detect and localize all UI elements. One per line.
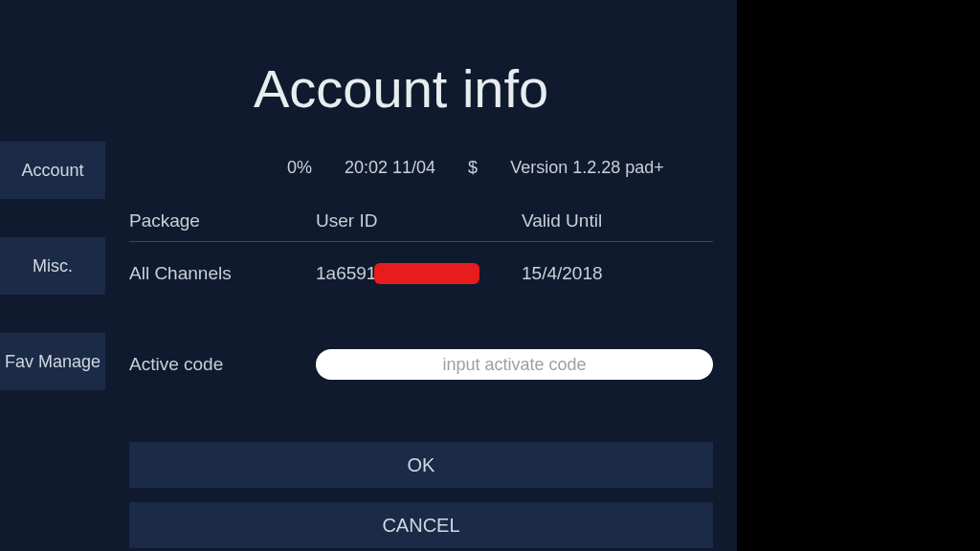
sidebar-item-label: Misc. xyxy=(33,256,73,276)
cancel-button[interactable]: CANCEL xyxy=(129,502,713,548)
sidebar-item-label: Fav Manage xyxy=(5,352,100,372)
status-percent: 0% xyxy=(287,158,312,178)
redaction-mark xyxy=(374,263,479,284)
cell-package: All Channels xyxy=(129,263,316,284)
table-row: All Channels 1a6591 15/4/2018 xyxy=(129,263,713,284)
ok-button[interactable]: OK xyxy=(129,442,713,488)
user-id-partial: 1a6591 xyxy=(316,263,376,284)
sidebar-item-fav-manage[interactable]: Fav Manage xyxy=(0,333,105,390)
table-divider xyxy=(129,241,713,242)
sidebar-item-label: Account xyxy=(21,161,83,181)
sidebar-item-misc[interactable]: Misc. xyxy=(0,237,105,295)
status-time-date: 20:02 11/04 xyxy=(345,158,435,178)
cell-user-id: 1a6591 xyxy=(316,263,522,284)
active-code-input[interactable] xyxy=(316,349,713,380)
sidebar-item-account[interactable]: Account xyxy=(0,142,105,199)
status-version: Version 1.2.28 pad+ xyxy=(510,158,664,178)
sidebar: Account Misc. Fav Manage xyxy=(0,0,105,551)
status-currency: $ xyxy=(468,158,478,178)
table-headers: Package User ID Valid Until xyxy=(129,210,713,231)
active-code-label: Active code xyxy=(129,354,316,375)
cell-valid-until: 15/4/2018 xyxy=(522,263,713,284)
ok-button-label: OK xyxy=(408,454,435,476)
header-user-id: User ID xyxy=(316,210,522,231)
status-bar: 0% 20:02 11/04 $ Version 1.2.28 pad+ xyxy=(287,158,664,178)
cancel-button-label: CANCEL xyxy=(382,515,459,537)
header-valid-until: Valid Until xyxy=(522,210,713,231)
header-package: Package xyxy=(129,210,316,231)
app-frame: Account Misc. Fav Manage Account info 0%… xyxy=(0,0,737,551)
active-code-row: Active code xyxy=(129,349,713,380)
page-title: Account info xyxy=(254,57,548,120)
